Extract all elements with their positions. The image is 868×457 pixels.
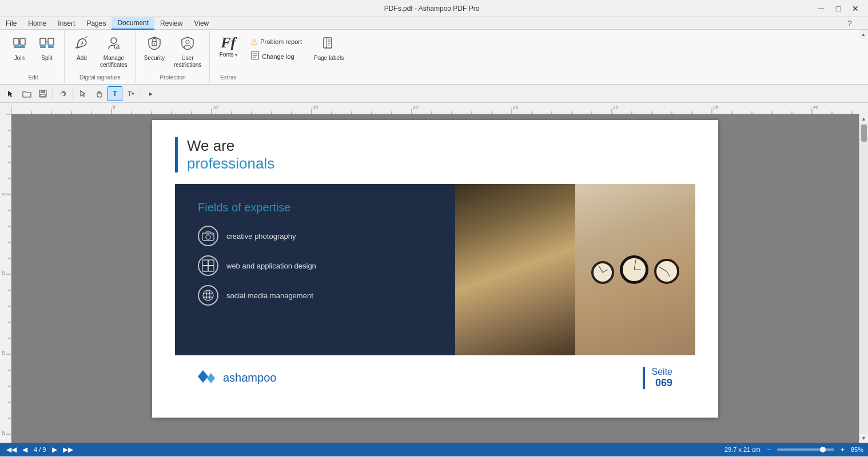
svg-point-26 bbox=[212, 234, 213, 235]
expertise-section: Fields of expertise bbox=[175, 184, 455, 355]
svg-rect-6 bbox=[48, 46, 54, 48]
menu-document[interactable]: Document bbox=[112, 17, 154, 30]
manage-certificates-icon bbox=[106, 35, 122, 54]
changelog-icon bbox=[250, 51, 260, 62]
ribbon-group-digital-signature: Add Managecertificates Digital signature bbox=[65, 31, 136, 83]
pointer-tool-button[interactable] bbox=[3, 86, 18, 101]
menu-home[interactable]: Home bbox=[22, 17, 52, 30]
vertical-scrollbar[interactable]: ▲ ▼ bbox=[859, 114, 868, 443]
page-header: We are professionals bbox=[175, 137, 695, 173]
split-button[interactable]: Split bbox=[34, 33, 59, 64]
toolbar-separator-1 bbox=[53, 88, 53, 99]
svg-rect-4 bbox=[48, 38, 54, 45]
menu-view[interactable]: View bbox=[188, 17, 214, 30]
menu-file[interactable]: File bbox=[0, 17, 22, 30]
zoom-decrease-button[interactable]: − bbox=[765, 446, 773, 454]
fonts-button[interactable]: Ff Fonts ▾ bbox=[214, 33, 242, 73]
social-icon bbox=[198, 285, 218, 306]
clocks-image bbox=[575, 184, 695, 355]
problem-report-button[interactable]: ⚠ Problem report bbox=[246, 35, 306, 48]
extras-group-label: Extras bbox=[214, 73, 242, 81]
left-ruler bbox=[0, 114, 11, 443]
top-ruler bbox=[11, 103, 859, 114]
protection-group-label: Protection bbox=[160, 73, 186, 81]
page-label: Seite bbox=[652, 367, 672, 377]
change-log-button[interactable]: Change log bbox=[246, 49, 306, 63]
image-area bbox=[455, 184, 695, 355]
add-text-button[interactable]: T▾ bbox=[124, 86, 138, 101]
more-icon: ▸ bbox=[149, 90, 153, 98]
arrow-select-button[interactable] bbox=[75, 86, 90, 101]
split-icon bbox=[39, 35, 55, 54]
undo-button[interactable] bbox=[55, 86, 70, 101]
page-num: 069 bbox=[652, 377, 672, 389]
svg-rect-22 bbox=[41, 90, 45, 93]
user-restrictions-button[interactable]: Userrestrictions bbox=[170, 33, 205, 71]
zoom-slider[interactable] bbox=[777, 448, 834, 451]
field-text-design: web and application design bbox=[226, 262, 316, 270]
join-button[interactable]: Join bbox=[7, 33, 32, 64]
ribbon-collapse-button[interactable]: ▲ bbox=[859, 30, 868, 39]
manage-certificates-button[interactable]: Managecertificates bbox=[97, 33, 131, 71]
nav-next-button[interactable]: ▶ bbox=[50, 446, 59, 454]
scroll-track[interactable] bbox=[859, 123, 868, 434]
security-button[interactable]: Security bbox=[141, 33, 168, 64]
camera-icon bbox=[198, 226, 218, 246]
page-title-line2: professionals bbox=[187, 155, 274, 173]
window-controls: ─ □ ✕ bbox=[813, 3, 863, 14]
main-area: We are professionals Fields of expertise bbox=[0, 103, 868, 443]
pdf-page: We are professionals Fields of expertise bbox=[152, 120, 718, 418]
svg-rect-2 bbox=[14, 46, 25, 48]
zoom-increase-button[interactable]: + bbox=[839, 446, 846, 454]
scroll-thumb[interactable] bbox=[861, 125, 867, 142]
text-tool-button[interactable]: T bbox=[107, 86, 122, 101]
field-item-social: social media management bbox=[198, 285, 432, 306]
zoom-thumb[interactable] bbox=[820, 447, 826, 452]
svg-point-10 bbox=[154, 43, 155, 45]
menu-review[interactable]: Review bbox=[154, 17, 188, 30]
scroll-up-button[interactable]: ▲ bbox=[859, 114, 868, 123]
svg-rect-27 bbox=[202, 260, 208, 266]
split-label: Split bbox=[41, 55, 52, 62]
nav-first-button[interactable]: ◀◀ bbox=[5, 446, 18, 454]
scroll-down-button[interactable]: ▼ bbox=[859, 434, 868, 443]
page-title-line1: We are bbox=[187, 137, 274, 155]
logo-text: ashampoo bbox=[223, 371, 276, 384]
add-text-icon: T bbox=[128, 90, 132, 97]
window-title: PDFs.pdf - Ashampoo PDF Pro bbox=[50, 5, 813, 13]
close-button[interactable]: ✕ bbox=[847, 3, 863, 14]
save-file-button[interactable] bbox=[35, 86, 50, 101]
field-item-photography: creative photography bbox=[198, 226, 432, 246]
page-number-display: Seite 069 bbox=[643, 367, 672, 389]
page-labels-button[interactable]: Page labels bbox=[310, 33, 347, 81]
text-tool-icon: T bbox=[113, 89, 117, 98]
add-button[interactable]: Add bbox=[69, 33, 94, 64]
nav-prev-button[interactable]: ◀ bbox=[21, 446, 29, 454]
user-restrictions-label: Userrestrictions bbox=[174, 55, 201, 69]
menubar: File Home Insert Pages Document Review V… bbox=[0, 17, 868, 30]
fields-title: Fields of expertise bbox=[198, 201, 432, 214]
status-right: 29.7 x 21 cm − + 85% bbox=[724, 446, 863, 454]
document-area[interactable]: We are professionals Fields of expertise bbox=[11, 114, 859, 443]
size-info: 29.7 x 21 cm bbox=[724, 446, 761, 453]
ashampoo-logo: ashampoo bbox=[198, 370, 276, 386]
menu-pages[interactable]: Pages bbox=[81, 17, 112, 30]
security-label: Security bbox=[144, 55, 165, 62]
maximize-button[interactable]: □ bbox=[830, 3, 846, 14]
hand-tool-button[interactable] bbox=[91, 86, 106, 101]
help-icon[interactable]: ? bbox=[843, 17, 857, 30]
svg-point-25 bbox=[206, 235, 210, 239]
ribbon-group-protection: Security Userrestrictions Protection bbox=[136, 31, 210, 83]
titlebar: PDFs.pdf - Ashampoo PDF Pro ─ □ ✕ bbox=[0, 0, 868, 17]
field-text-social: social media management bbox=[226, 291, 313, 300]
digital-sig-group-label: Digital signature bbox=[79, 73, 121, 81]
svg-rect-5 bbox=[40, 46, 46, 48]
open-file-button[interactable] bbox=[19, 86, 34, 101]
minimize-button[interactable]: ─ bbox=[813, 3, 829, 14]
more-tools-button[interactable]: ▸ bbox=[144, 86, 158, 101]
nav-last-button[interactable]: ▶▶ bbox=[61, 446, 75, 454]
svg-rect-23 bbox=[41, 94, 45, 97]
menu-insert[interactable]: Insert bbox=[52, 17, 81, 30]
zoom-level: 85% bbox=[851, 446, 863, 453]
svg-rect-28 bbox=[208, 260, 214, 266]
